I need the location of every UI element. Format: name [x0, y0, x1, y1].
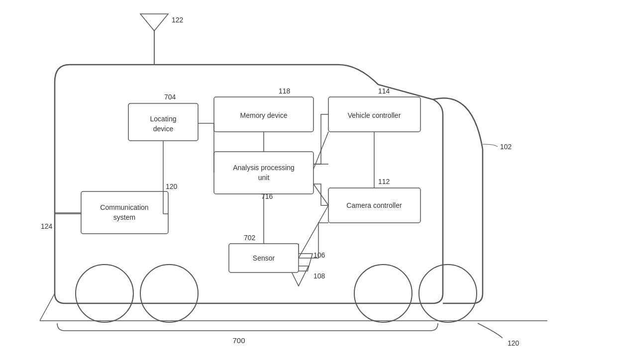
label-114: 114 — [378, 87, 390, 95]
label-716: 716 — [261, 192, 273, 200]
memory-device-label: Memory device — [240, 111, 288, 119]
label-124: 124 — [41, 222, 53, 230]
label-702: 702 — [244, 234, 256, 242]
label-112: 112 — [378, 178, 390, 185]
camera-controller-label: Camera controller — [346, 201, 402, 209]
comm-system-box — [81, 191, 168, 234]
label-118: 118 — [279, 87, 291, 95]
locating-device-label2: device — [153, 125, 174, 133]
comm-system-label1: Communication — [100, 203, 148, 211]
label-700: 700 — [232, 336, 245, 345]
label-120-bottom: 120 — [508, 339, 519, 347]
sensor-label: Sensor — [253, 254, 275, 262]
label-108: 108 — [313, 272, 325, 280]
label-102: 102 — [500, 143, 512, 151]
vehicle-controller-label: Vehicle controller — [348, 111, 401, 119]
locating-device-label1: Locating — [150, 115, 177, 123]
apu-label-line2: unit — [258, 174, 270, 182]
apu-label-line1: Analysis processing — [233, 164, 295, 172]
apu-box — [214, 152, 313, 194]
comm-system-label2: system — [113, 213, 135, 221]
label-704: 704 — [164, 93, 176, 101]
diagram: 122 700 120 102 124 106 108 Memory devic… — [0, 0, 617, 364]
label-122: 122 — [172, 16, 184, 24]
label-120-side: 120 — [166, 182, 178, 190]
